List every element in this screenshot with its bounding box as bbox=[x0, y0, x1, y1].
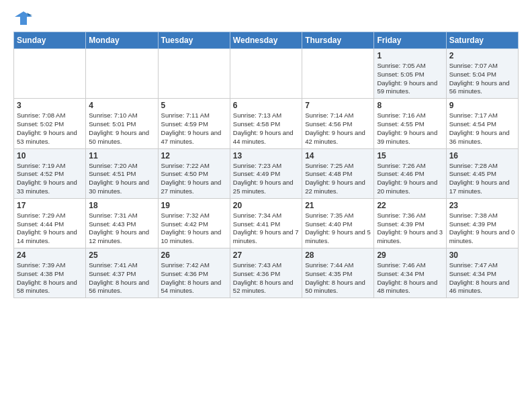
calendar-cell: 14 Sunrise: 7:25 AMSunset: 4:48 PMDaylig… bbox=[302, 148, 374, 198]
day-info: Sunrise: 7:05 AMSunset: 5:05 PMDaylight:… bbox=[377, 62, 443, 96]
day-number: 17 bbox=[17, 201, 83, 210]
day-info: Sunrise: 7:10 AMSunset: 5:01 PMDaylight:… bbox=[89, 111, 154, 146]
calendar-cell: 19 Sunrise: 7:32 AMSunset: 4:42 PMDaylig… bbox=[158, 198, 230, 248]
calendar-cell bbox=[230, 49, 302, 99]
weekday-header: Wednesday bbox=[230, 32, 302, 49]
day-number: 29 bbox=[377, 250, 443, 260]
day-number: 15 bbox=[377, 151, 443, 161]
day-number: 20 bbox=[233, 201, 299, 210]
day-number: 19 bbox=[161, 201, 227, 210]
day-info: Sunrise: 7:22 AMSunset: 4:50 PMDaylight:… bbox=[161, 162, 227, 196]
day-info: Sunrise: 7:20 AMSunset: 4:51 PMDaylight:… bbox=[89, 162, 154, 196]
calendar-cell: 28 Sunrise: 7:44 AMSunset: 4:35 PMDaylig… bbox=[302, 248, 374, 298]
calendar-cell: 18 Sunrise: 7:31 AMSunset: 4:43 PMDaylig… bbox=[86, 198, 158, 248]
calendar-cell: 29 Sunrise: 7:46 AMSunset: 4:34 PMDaylig… bbox=[374, 248, 446, 298]
calendar-week-row: 1 Sunrise: 7:05 AMSunset: 5:05 PMDayligh… bbox=[14, 49, 519, 99]
weekday-header: Friday bbox=[374, 32, 446, 49]
calendar-cell: 26 Sunrise: 7:42 AMSunset: 4:36 PMDaylig… bbox=[158, 248, 230, 298]
day-number: 23 bbox=[449, 201, 515, 210]
weekday-header: Sunday bbox=[14, 32, 86, 49]
day-number: 11 bbox=[89, 151, 154, 161]
calendar-cell: 30 Sunrise: 7:47 AMSunset: 4:34 PMDaylig… bbox=[446, 248, 518, 298]
calendar-cell: 13 Sunrise: 7:23 AMSunset: 4:49 PMDaylig… bbox=[230, 148, 302, 198]
calendar-cell: 6 Sunrise: 7:13 AMSunset: 4:58 PMDayligh… bbox=[230, 99, 302, 148]
day-number: 6 bbox=[233, 101, 299, 110]
svg-marker-0 bbox=[15, 11, 32, 25]
calendar-cell: 22 Sunrise: 7:36 AMSunset: 4:39 PMDaylig… bbox=[374, 198, 446, 248]
calendar-cell: 4 Sunrise: 7:10 AMSunset: 5:01 PMDayligh… bbox=[86, 99, 158, 148]
day-number: 3 bbox=[17, 101, 83, 110]
day-info: Sunrise: 7:43 AMSunset: 4:36 PMDaylight:… bbox=[233, 261, 299, 295]
calendar-cell: 25 Sunrise: 7:41 AMSunset: 4:37 PMDaylig… bbox=[86, 248, 158, 298]
calendar-cell: 21 Sunrise: 7:35 AMSunset: 4:40 PMDaylig… bbox=[302, 198, 374, 248]
calendar-cell: 5 Sunrise: 7:11 AMSunset: 4:59 PMDayligh… bbox=[158, 99, 230, 148]
day-number: 24 bbox=[17, 250, 83, 260]
day-number: 27 bbox=[233, 250, 299, 260]
calendar-cell: 3 Sunrise: 7:08 AMSunset: 5:02 PMDayligh… bbox=[14, 99, 86, 148]
day-info: Sunrise: 7:14 AMSunset: 4:56 PMDaylight:… bbox=[305, 111, 371, 146]
calendar-cell: 2 Sunrise: 7:07 AMSunset: 5:04 PMDayligh… bbox=[446, 49, 518, 99]
calendar-cell: 9 Sunrise: 7:17 AMSunset: 4:54 PMDayligh… bbox=[446, 99, 518, 148]
day-number: 9 bbox=[449, 101, 515, 110]
logo-icon bbox=[13, 10, 34, 26]
logo bbox=[13, 10, 36, 26]
day-number: 14 bbox=[305, 151, 371, 161]
day-info: Sunrise: 7:26 AMSunset: 4:46 PMDaylight:… bbox=[377, 162, 443, 196]
day-info: Sunrise: 7:44 AMSunset: 4:35 PMDaylight:… bbox=[305, 261, 371, 295]
calendar-cell: 27 Sunrise: 7:43 AMSunset: 4:36 PMDaylig… bbox=[230, 248, 302, 298]
weekday-header: Thursday bbox=[302, 32, 374, 49]
calendar-cell: 15 Sunrise: 7:26 AMSunset: 4:46 PMDaylig… bbox=[374, 148, 446, 198]
calendar-cell: 11 Sunrise: 7:20 AMSunset: 4:51 PMDaylig… bbox=[86, 148, 158, 198]
calendar-cell: 23 Sunrise: 7:38 AMSunset: 4:39 PMDaylig… bbox=[446, 198, 518, 248]
day-info: Sunrise: 7:28 AMSunset: 4:45 PMDaylight:… bbox=[449, 162, 515, 196]
day-number: 28 bbox=[305, 250, 371, 260]
calendar-cell: 24 Sunrise: 7:39 AMSunset: 4:38 PMDaylig… bbox=[14, 248, 86, 298]
day-number: 13 bbox=[233, 151, 299, 161]
page: SundayMondayTuesdayWednesdayThursdayFrid… bbox=[0, 0, 532, 305]
calendar-cell: 20 Sunrise: 7:34 AMSunset: 4:41 PMDaylig… bbox=[230, 198, 302, 248]
day-info: Sunrise: 7:38 AMSunset: 4:39 PMDaylight:… bbox=[449, 212, 515, 246]
day-info: Sunrise: 7:16 AMSunset: 4:55 PMDaylight:… bbox=[377, 111, 443, 146]
weekday-header: Tuesday bbox=[158, 32, 230, 49]
day-info: Sunrise: 7:39 AMSunset: 4:38 PMDaylight:… bbox=[17, 261, 83, 295]
calendar-week-row: 10 Sunrise: 7:19 AMSunset: 4:52 PMDaylig… bbox=[14, 148, 519, 198]
day-number: 5 bbox=[161, 101, 227, 110]
calendar-cell: 8 Sunrise: 7:16 AMSunset: 4:55 PMDayligh… bbox=[374, 99, 446, 148]
day-number: 16 bbox=[449, 151, 515, 161]
calendar-cell: 17 Sunrise: 7:29 AMSunset: 4:44 PMDaylig… bbox=[14, 198, 86, 248]
day-number: 21 bbox=[305, 201, 371, 210]
calendar-table: SundayMondayTuesdayWednesdayThursdayFrid… bbox=[13, 32, 519, 298]
day-number: 25 bbox=[89, 250, 154, 260]
calendar-cell: 1 Sunrise: 7:05 AMSunset: 5:05 PMDayligh… bbox=[374, 49, 446, 99]
calendar-week-row: 3 Sunrise: 7:08 AMSunset: 5:02 PMDayligh… bbox=[14, 99, 519, 148]
day-number: 10 bbox=[17, 151, 83, 161]
day-number: 1 bbox=[377, 51, 443, 60]
day-info: Sunrise: 7:29 AMSunset: 4:44 PMDaylight:… bbox=[17, 212, 83, 246]
calendar-cell: 16 Sunrise: 7:28 AMSunset: 4:45 PMDaylig… bbox=[446, 148, 518, 198]
day-info: Sunrise: 7:42 AMSunset: 4:36 PMDaylight:… bbox=[161, 261, 227, 295]
day-info: Sunrise: 7:35 AMSunset: 4:40 PMDaylight:… bbox=[305, 212, 371, 246]
day-number: 8 bbox=[377, 101, 443, 110]
header bbox=[13, 10, 519, 26]
day-info: Sunrise: 7:11 AMSunset: 4:59 PMDaylight:… bbox=[161, 111, 227, 146]
day-info: Sunrise: 7:08 AMSunset: 5:02 PMDaylight:… bbox=[17, 111, 83, 146]
calendar-week-row: 17 Sunrise: 7:29 AMSunset: 4:44 PMDaylig… bbox=[14, 198, 519, 248]
day-number: 4 bbox=[89, 101, 154, 110]
day-number: 2 bbox=[449, 51, 515, 60]
calendar-cell bbox=[302, 49, 374, 99]
calendar-cell: 10 Sunrise: 7:19 AMSunset: 4:52 PMDaylig… bbox=[14, 148, 86, 198]
day-info: Sunrise: 7:34 AMSunset: 4:41 PMDaylight:… bbox=[233, 212, 299, 246]
calendar-cell: 12 Sunrise: 7:22 AMSunset: 4:50 PMDaylig… bbox=[158, 148, 230, 198]
day-info: Sunrise: 7:41 AMSunset: 4:37 PMDaylight:… bbox=[89, 261, 154, 295]
weekday-header: Monday bbox=[86, 32, 158, 49]
weekday-header: Saturday bbox=[446, 32, 518, 49]
day-info: Sunrise: 7:17 AMSunset: 4:54 PMDaylight:… bbox=[449, 111, 515, 146]
day-info: Sunrise: 7:13 AMSunset: 4:58 PMDaylight:… bbox=[233, 111, 299, 146]
day-number: 12 bbox=[161, 151, 227, 161]
day-info: Sunrise: 7:32 AMSunset: 4:42 PMDaylight:… bbox=[161, 212, 227, 246]
day-number: 22 bbox=[377, 201, 443, 210]
day-info: Sunrise: 7:31 AMSunset: 4:43 PMDaylight:… bbox=[89, 212, 154, 246]
day-info: Sunrise: 7:46 AMSunset: 4:34 PMDaylight:… bbox=[377, 261, 443, 295]
calendar-cell bbox=[158, 49, 230, 99]
day-info: Sunrise: 7:25 AMSunset: 4:48 PMDaylight:… bbox=[305, 162, 371, 196]
